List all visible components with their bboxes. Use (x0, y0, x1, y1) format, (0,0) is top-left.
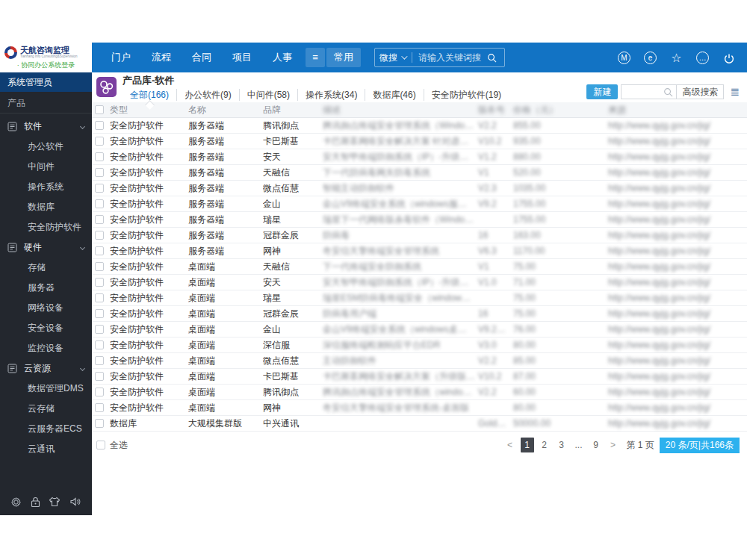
sidebar-item[interactable]: 存储 (0, 258, 92, 278)
more-circle-icon[interactable]: … (696, 52, 709, 64)
table-row[interactable]: 安全防护软件 桌面端 冠群金辰 防病毒用户端 16 75.00 http://w… (92, 306, 747, 322)
table-row[interactable]: 安全防护软件 桌面端 腾讯御点 腾讯御点终端安全管理系统（windows版）V2… (92, 385, 747, 400)
sidebar-item[interactable]: 安全设备 (0, 318, 92, 338)
table-row[interactable]: 安全防护软件 桌面端 天融信 下一代终端安全防御系统 V1 75.00 http… (92, 259, 747, 275)
lock-icon[interactable] (31, 497, 40, 508)
nav-item-common[interactable]: 常用 (326, 48, 361, 67)
table-row[interactable]: 安全防护软件 服务器端 网神 奇安信天擎终端安全管理系统 V6.3 1170.0… (92, 243, 747, 259)
row-checkbox[interactable] (95, 246, 104, 255)
sidebar-item[interactable]: 云存储 (0, 399, 92, 419)
col-header-source[interactable]: 来源 (608, 104, 747, 116)
table-row[interactable]: 安全防护软件 服务器端 金山 金山V9终端安全系统（windows服务器版） V… (92, 196, 747, 212)
nav-item[interactable]: 人事 (262, 43, 303, 72)
sidebar-item[interactable]: 监控设备 (0, 338, 92, 358)
table-row[interactable]: 安全防护软件 桌面端 深信服 深信服终端检测响应平台EDR V3.0 80.00… (92, 337, 747, 353)
page-button[interactable]: 9 (589, 438, 603, 452)
row-checkbox[interactable] (95, 325, 104, 334)
m-circle-icon[interactable]: M (618, 52, 630, 64)
sidebar-group-header[interactable]: 硬件 (0, 237, 92, 258)
search-icon[interactable] (487, 53, 497, 63)
table-row[interactable]: 安全防护软件 服务器端 卡巴斯基 卡巴斯基网络安全解决方案 针对虚拟化和服务器机… (92, 134, 747, 149)
table-row[interactable]: 安全防护软件 桌面端 网神 奇安信天擎终端安全管理系统-桌面版 80.00 ht… (92, 400, 747, 416)
row-checkbox[interactable] (95, 293, 104, 302)
row-checkbox[interactable] (95, 231, 104, 240)
page-button[interactable]: ... (572, 438, 586, 452)
nav-item[interactable]: 合同 (182, 43, 222, 72)
row-checkbox[interactable] (95, 419, 104, 428)
row-checkbox[interactable] (95, 309, 104, 318)
page-button[interactable]: 2 (538, 438, 551, 452)
sidebar-item[interactable]: 操作系统 (0, 177, 92, 197)
table-row[interactable]: 安全防护软件 桌面端 瑞星 瑞星ESM防病毒终端安全（windows版） 75.… (92, 290, 747, 306)
row-checkbox[interactable] (95, 372, 104, 381)
chevron-down-icon[interactable] (80, 245, 85, 250)
logo-area[interactable]: 天航咨询监理 Tianhang Info Consulting&Supervis… (0, 43, 92, 72)
table-row[interactable]: 安全防护软件 桌面端 金山 金山V9终端安全系统（windows桌面版） V9.… (92, 322, 747, 337)
category-tab[interactable]: 操作系统(34) (297, 89, 365, 101)
category-tab[interactable]: 办公软件(9) (176, 89, 239, 101)
select-all-header-checkbox[interactable] (95, 105, 104, 114)
page-button[interactable]: 1 (521, 438, 534, 452)
sidebar-item[interactable]: 数据库 (0, 197, 92, 217)
chevron-down-icon[interactable] (80, 366, 85, 371)
sidebar-item[interactable]: 云通讯 (0, 439, 92, 459)
row-checkbox[interactable] (95, 184, 104, 193)
col-header-brand[interactable]: 品牌 (263, 104, 323, 116)
speaker-icon[interactable] (69, 497, 81, 507)
sidebar-group-header[interactable]: 软件 (0, 116, 92, 137)
category-tab[interactable]: 安全防护软件(19) (424, 89, 509, 101)
row-checkbox[interactable] (95, 388, 104, 396)
table-row[interactable]: 数据库 大规模集群版 中兴通讯 GoldenData s… 50000.00 h… (92, 416, 747, 432)
chevron-down-icon[interactable] (80, 124, 85, 129)
global-search[interactable]: 微搜 (374, 48, 505, 67)
page-button[interactable]: < (503, 438, 517, 452)
star-icon[interactable]: ☆ (670, 52, 683, 64)
table-row[interactable]: 安全防护软件 服务器端 瑞星 瑞星下一代网络版杀毒软件（Windows版）标准版… (92, 212, 747, 228)
sidebar-item[interactable]: 办公软件 (0, 137, 92, 157)
row-checkbox[interactable] (95, 278, 104, 287)
row-checkbox[interactable] (95, 262, 104, 271)
table-row[interactable]: 安全防护软件 服务器端 天融信 下一代防病毒网关防毒系统 V1 520.00 h… (92, 165, 747, 181)
menu-burger-icon[interactable]: ≡ (306, 48, 325, 67)
col-header-desc[interactable]: 描述 (323, 104, 478, 116)
table-row[interactable]: 安全防护软件 桌面端 卡巴斯基 卡巴斯基网络安全解决方案（升级版）标准·400…… (92, 369, 747, 385)
login-link[interactable]: · 协同办公系统登录 (4, 60, 87, 70)
col-header-name[interactable]: 名称 (188, 104, 263, 116)
nav-item[interactable]: 门户 (101, 43, 141, 72)
search-icon[interactable] (663, 87, 673, 97)
power-icon[interactable] (722, 52, 735, 64)
message-circle-icon[interactable]: e (644, 52, 657, 64)
category-tab[interactable]: 全部(166) (123, 89, 176, 101)
category-tab[interactable]: 中间件(58) (239, 89, 297, 101)
category-tab[interactable]: 数据库(46) (365, 89, 423, 101)
advanced-search-link[interactable]: 高级搜索 (676, 85, 723, 99)
row-checkbox[interactable] (95, 215, 104, 224)
search-input[interactable] (418, 52, 487, 63)
col-header-price[interactable]: 价格（元） (513, 104, 608, 116)
row-checkbox[interactable] (95, 356, 104, 365)
page-button[interactable]: 3 (555, 438, 568, 452)
nav-item[interactable]: 项目 (222, 43, 262, 72)
new-button[interactable]: 新建 (586, 84, 618, 99)
table-row[interactable]: 安全防护软件 服务器端 冠群金辰 防病毒 16 163.00 http://ww… (92, 228, 747, 243)
table-row[interactable]: 安全防护软件 桌面端 安天 安天智甲终端防御系统（IP）-升级桌面版 V1.0 … (92, 275, 747, 290)
row-checkbox[interactable] (95, 121, 104, 130)
sidebar-item[interactable]: 云服务器ECS (0, 419, 92, 439)
select-all-control[interactable]: 全选 (96, 439, 128, 452)
sidebar-item[interactable]: 安全防护软件 (0, 217, 92, 237)
sidebar-item[interactable]: 数据管理DMS (0, 379, 92, 399)
row-checkbox[interactable] (95, 137, 104, 146)
row-checkbox[interactable] (95, 340, 104, 349)
sidebar-item[interactable]: 中间件 (0, 157, 92, 177)
row-checkbox[interactable] (95, 199, 104, 208)
table-search-input[interactable] (622, 87, 663, 96)
sidebar-section-product[interactable]: 产品 (0, 92, 92, 113)
nav-item[interactable]: 流程 (141, 43, 182, 72)
sidebar-group-header[interactable]: 云资源 (0, 358, 92, 379)
chevron-down-icon[interactable] (401, 53, 407, 59)
page-button[interactable]: > (607, 438, 620, 452)
table-row[interactable]: 安全防护软件 桌面端 微点佰慧 主动防御软件 V2.2 85.00 http:/… (92, 353, 747, 369)
list-view-icon[interactable]: ≣ (730, 84, 740, 99)
sidebar-item[interactable]: 服务器 (0, 278, 92, 298)
theme-shirt-icon[interactable] (49, 497, 61, 507)
